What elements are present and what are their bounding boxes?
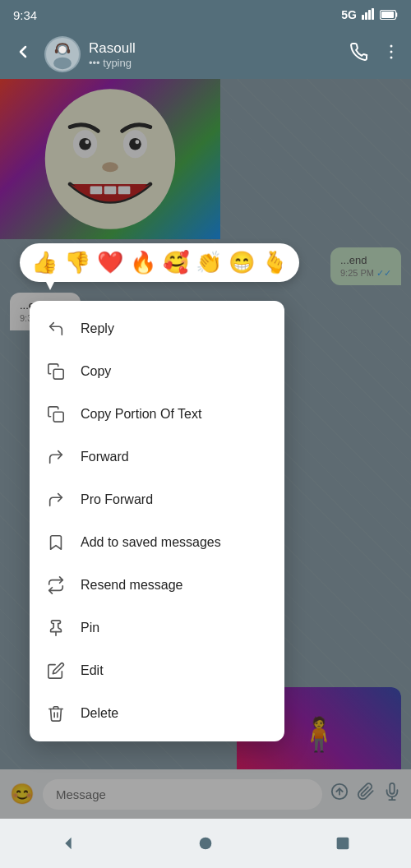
nav-back-button[interactable]: [52, 827, 85, 860]
pin-icon: [46, 618, 66, 638]
status-bar: 9:34 5G: [0, 0, 411, 30]
svg-point-13: [390, 51, 393, 53]
menu-save-label: Add to saved messages: [81, 535, 221, 550]
resend-icon: [46, 575, 66, 595]
navigation-bar: [0, 819, 411, 868]
menu-copy-portion-label: Copy Portion Of Text: [81, 407, 201, 422]
edit-icon: [46, 661, 66, 681]
svg-marker-34: [66, 838, 72, 850]
svg-rect-0: [362, 15, 364, 20]
emoji-grin[interactable]: 😁: [229, 250, 255, 275]
menu-pro-forward-label: Pro Forward: [81, 492, 153, 507]
call-button[interactable]: [349, 42, 368, 67]
avatar: [44, 36, 81, 72]
emoji-finger[interactable]: 🫰: [261, 250, 288, 275]
svg-rect-11: [67, 49, 70, 53]
status-icons: 5G: [341, 8, 398, 22]
delete-icon: [46, 704, 66, 723]
reply-icon: [46, 319, 66, 339]
svg-point-8: [53, 58, 72, 70]
nav-home-button[interactable]: [189, 827, 222, 860]
svg-rect-5: [381, 12, 394, 18]
time: 9:34: [13, 8, 37, 22]
menu-item-forward[interactable]: Forward: [30, 436, 284, 478]
menu-item-delete[interactable]: Delete: [30, 692, 284, 735]
svg-rect-1: [365, 12, 367, 20]
menu-delete-label: Delete: [81, 706, 118, 721]
svg-rect-3: [372, 8, 374, 20]
nav-recent-button[interactable]: [326, 827, 359, 860]
forward-icon: [46, 447, 66, 467]
svg-point-35: [200, 838, 212, 850]
more-button[interactable]: [381, 42, 401, 67]
header: Rasoull ••• typing: [0, 30, 411, 79]
menu-forward-label: Forward: [81, 450, 129, 464]
svg-rect-10: [55, 49, 58, 53]
back-button[interactable]: [10, 39, 36, 70]
emoji-thumbs-down[interactable]: 👎: [64, 250, 90, 275]
menu-item-pro-forward[interactable]: Pro Forward: [30, 478, 284, 521]
emoji-heart[interactable]: ❤️: [97, 250, 123, 275]
context-menu: Reply Copy Copy Portion Of Text: [30, 301, 284, 741]
svg-point-9: [58, 46, 66, 53]
emoji-reaction-bar[interactable]: 👍 👎 ❤️ 🔥 🥰 👏 😁 🫰: [20, 243, 299, 282]
menu-item-edit[interactable]: Edit: [30, 649, 284, 692]
menu-resend-label: Resend message: [81, 578, 183, 593]
menu-item-copy-portion[interactable]: Copy Portion Of Text: [30, 393, 284, 436]
menu-item-copy[interactable]: Copy: [30, 350, 284, 393]
svg-rect-28: [53, 412, 63, 422]
copy-portion-icon: [46, 404, 66, 424]
header-actions: [349, 42, 401, 67]
copy-icon: [46, 362, 66, 381]
emoji-fire[interactable]: 🔥: [130, 250, 156, 275]
emoji-clap[interactable]: 👏: [196, 250, 222, 275]
svg-point-12: [390, 45, 393, 48]
chat-background: ...end 9:25 PM ✓✓ ...elf? 9:31 PM ✓✓ 🧍 9…: [0, 79, 411, 819]
svg-rect-2: [368, 10, 371, 20]
svg-rect-36: [336, 838, 349, 850]
pro-forward-icon: [46, 490, 66, 510]
menu-copy-label: Copy: [81, 364, 111, 379]
bookmark-icon: [46, 533, 66, 552]
menu-edit-label: Edit: [81, 663, 104, 678]
svg-point-14: [390, 57, 393, 59]
menu-pin-label: Pin: [81, 621, 99, 635]
svg-rect-27: [53, 369, 63, 379]
menu-item-pin[interactable]: Pin: [30, 607, 284, 649]
battery-icon: [380, 8, 398, 22]
network-label: 5G: [341, 8, 357, 21]
contact-name: Rasoull: [89, 40, 340, 57]
menu-item-save[interactable]: Add to saved messages: [30, 521, 284, 564]
emoji-thumbs-up[interactable]: 👍: [31, 250, 58, 275]
contact-status: ••• typing: [89, 57, 340, 69]
menu-item-resend[interactable]: Resend message: [30, 564, 284, 607]
signal-icon: [362, 8, 375, 22]
menu-reply-label: Reply: [81, 321, 114, 336]
header-info: Rasoull ••• typing: [89, 40, 340, 69]
menu-item-reply[interactable]: Reply: [30, 307, 284, 350]
emoji-love[interactable]: 🥰: [163, 250, 189, 275]
